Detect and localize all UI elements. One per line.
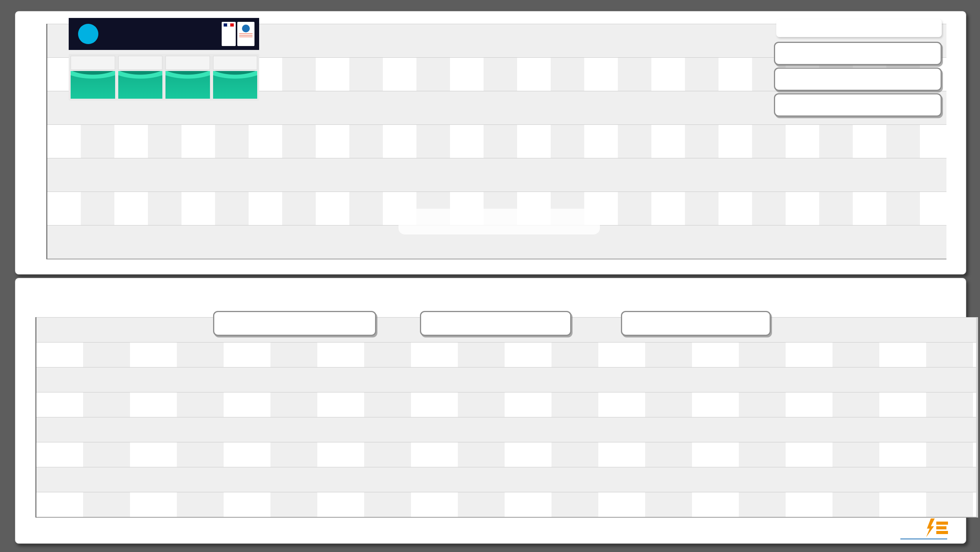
chart-date-label [398, 209, 600, 234]
daily-pmin-stat [774, 93, 942, 117]
weekly-y-axis [15, 317, 35, 517]
weekly-pmin-stat [621, 311, 771, 336]
daily-x-axis [46, 259, 946, 277]
weekly-pmax-stat [420, 311, 571, 336]
weekly-bars-layer [36, 317, 976, 517]
g2e-france-logo [900, 517, 958, 540]
weekly-chart-panel [15, 278, 966, 544]
daily-consumption-stat [774, 42, 942, 65]
forecast-tile-j3[interactable] [213, 56, 258, 99]
forecast-tile-j[interactable] [71, 56, 115, 99]
ademe-logo [237, 22, 254, 46]
french-flag-icon [224, 23, 234, 27]
g2e-tagline-line [900, 538, 947, 540]
ademe-globe-icon [242, 25, 250, 32]
daily-pmax-stat [774, 67, 942, 91]
weekly-consumption-stat [213, 311, 376, 336]
forecast-tile-image [165, 71, 210, 99]
site-title [776, 19, 942, 37]
ecowatt-logo-bar [69, 18, 259, 50]
forecast-tile-image [118, 71, 163, 99]
daily-y-axis [15, 24, 46, 259]
ecowatt-forecast-tiles [69, 54, 259, 101]
republique-francaise-logo [222, 22, 236, 46]
daily-chart-panel [15, 11, 966, 275]
forecast-tile-image [213, 71, 258, 99]
weekly-x-axis [36, 518, 975, 536]
forecast-tile-j1[interactable] [118, 56, 163, 99]
g2e-lightning-icon [925, 518, 950, 537]
forecast-tile-j2[interactable] [165, 56, 210, 99]
rte-logo-icon [78, 24, 98, 44]
gov-logos [222, 22, 254, 46]
ademe-smalltext [239, 34, 253, 37]
forecast-tile-image [71, 71, 115, 99]
weekly-chart-plot[interactable] [36, 317, 978, 518]
